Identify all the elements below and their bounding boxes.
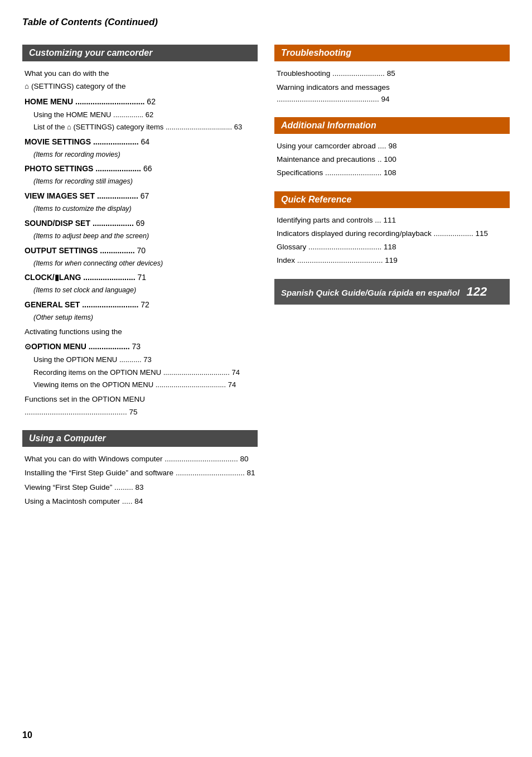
list-item: Maintenance and precautions .. 100	[277, 154, 507, 165]
section-spanish: Spanish Quick Guide/Guía rápida en españ…	[274, 279, 510, 305]
left-column: Customizing your camcorder What you can …	[22, 45, 258, 519]
list-item: (Items to customize the display)	[25, 204, 255, 214]
list-item: Viewing items on the OPTION MENU .......…	[25, 379, 255, 390]
section-header-computer: Using a Computer	[22, 430, 258, 447]
customizing-entries: What you can do with the ⌂ (SETTINGS) ca…	[22, 68, 258, 418]
section-customizing: Customizing your camcorder What you can …	[22, 45, 258, 418]
list-item: ⊙OPTION MENU ................... 73	[25, 341, 255, 353]
section-header-customizing: Customizing your camcorder	[22, 45, 258, 61]
list-item: Functions set in the OPTION MENU	[25, 394, 255, 405]
list-item: ⌂ (SETTINGS) category of the	[25, 81, 255, 92]
list-item: Using your camcorder abroad .... 98	[277, 141, 507, 152]
additional-entries: Using your camcorder abroad .... 98 Main…	[274, 141, 510, 179]
list-item: OUTPUT SETTINGS ................ 70	[25, 245, 255, 257]
section-header-troubleshooting: Troubleshooting	[274, 45, 510, 61]
troubleshooting-entries: Troubleshooting ........................…	[274, 68, 510, 105]
list-item: PHOTO SETTINGS ..................... 66	[25, 163, 255, 175]
list-item: Installing the “First Step Guide” and so…	[25, 467, 255, 479]
computer-entries: What you can do with Windows computer ..…	[22, 454, 258, 507]
section-additional: Additional Information Using your camcor…	[274, 117, 510, 179]
list-item: What you can do with the	[25, 68, 255, 79]
spanish-page-number: 122	[467, 285, 487, 298]
list-item: Using the HOME MENU ............... 62	[25, 109, 255, 120]
list-item: Specifications .........................…	[277, 167, 507, 179]
list-item: What you can do with Windows computer ..…	[25, 454, 255, 465]
list-item: Warning indicators and messages.........…	[277, 82, 507, 105]
list-item: (Items for recording still images)	[25, 176, 255, 187]
list-item: SOUND/DISP SET ................... 69	[25, 218, 255, 229]
list-item: Glossary ...............................…	[277, 242, 507, 253]
list-item: CLOCK/▮LANG ........................ 71	[25, 272, 255, 283]
list-item: Viewing “First Step Guide” ......... 83	[25, 482, 255, 493]
quick-reference-entries: Identifying parts and controls ... 111 I…	[274, 215, 510, 267]
page-header: Table of Contents (Continued)	[22, 17, 510, 28]
list-item: Using the OPTION MENU ........... 73	[25, 354, 255, 365]
list-item: ........................................…	[25, 407, 255, 418]
list-item: Recording items on the OPTION MENU .....…	[25, 367, 255, 378]
list-item: VIEW IMAGES SET ................... 67	[25, 190, 255, 202]
list-item: List of the ⌂ (SETTINGS) category items …	[25, 122, 255, 133]
list-item: Index ..................................…	[277, 255, 507, 266]
section-quick-reference: Quick Reference Identifying parts and co…	[274, 191, 510, 267]
list-item: (Items to adjust beep and the screen)	[25, 231, 255, 242]
list-item: GENERAL SET .......................... 7…	[25, 299, 255, 311]
list-item: Using a Macintosh computer ..... 84	[25, 496, 255, 507]
section-header-quick-reference: Quick Reference	[274, 191, 510, 208]
list-item: HOME MENU ..............................…	[25, 96, 255, 108]
list-item: (Items to set clock and language)	[25, 285, 255, 296]
list-item: MOVIE SETTINGS ..................... 64	[25, 136, 255, 148]
list-item: (Items for recording movies)	[25, 150, 255, 160]
list-item: (Items for when connecting other devices…	[25, 258, 255, 269]
section-header-spanish: Spanish Quick Guide/Guía rápida en españ…	[274, 279, 510, 305]
spanish-title: Spanish Quick Guide/Guía rápida en españ…	[281, 288, 460, 297]
section-header-additional: Additional Information	[274, 117, 510, 134]
list-item: Indicators displayed during recording/pl…	[277, 228, 507, 239]
page-number: 10	[22, 730, 32, 740]
list-item: Troubleshooting ........................…	[277, 68, 507, 79]
right-column: Troubleshooting Troubleshooting ........…	[274, 45, 510, 519]
list-item: Identifying parts and controls ... 111	[277, 215, 507, 226]
section-computer: Using a Computer What you can do with Wi…	[22, 430, 258, 507]
list-item: Activating functions using the	[25, 326, 255, 337]
section-troubleshooting: Troubleshooting Troubleshooting ........…	[274, 45, 510, 105]
list-item: (Other setup items)	[25, 312, 255, 323]
